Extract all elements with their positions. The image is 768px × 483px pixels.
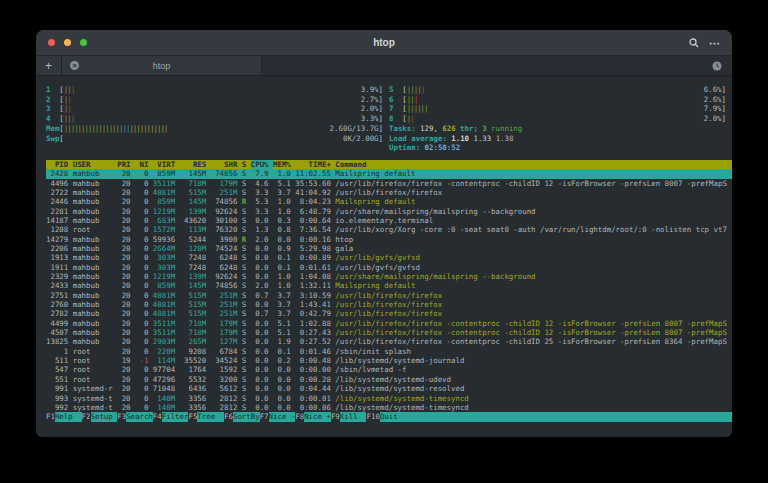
fkey-f10[interactable]: F10	[366, 412, 379, 422]
cpu-meter-7: 7 [||||||7.9%]	[389, 104, 726, 114]
fkey-f4[interactable]: F4	[153, 412, 162, 422]
meters-left-column: 1 [|||3.9%]2 [||2.7%]3 [||2.0%]4 [|||3.3…	[46, 85, 389, 153]
history-icon[interactable]	[712, 57, 722, 75]
uptime-line: Uptime:02:50:52	[389, 143, 726, 153]
fkey-f1[interactable]: F1	[46, 412, 55, 422]
process-row-2782[interactable]: 2782 mahbub 20 0 4081M 515M 251M S 0.7 3…	[46, 309, 732, 318]
titlebar[interactable]: htop ⋯	[36, 30, 732, 56]
fkey-label-nice-[interactable]: Nice -	[269, 412, 296, 422]
cpu-meter-2: 2 [||2.7%]	[46, 95, 383, 105]
fkey-label-kill[interactable]: Kill	[340, 412, 367, 422]
fkey-f5[interactable]: F5	[188, 412, 197, 422]
cpu-meter-6: 6 [|||2.6%]	[389, 95, 726, 105]
process-row-2329[interactable]: 2329 mahbub 20 0 1219M 139M 92624 S 0.0 …	[46, 272, 732, 281]
memory-meter: Mem[||||||||||||||||||||||||||||||2.60G/…	[46, 124, 383, 134]
fkey-label-quit[interactable]: Quit	[380, 412, 732, 422]
process-row-2722[interactable]: 2722 mahbub 20 0 4081M 515M 251M S 3.3 3…	[46, 188, 732, 197]
process-row-2428[interactable]: 2428 mahbub 20 0 859M 145M 74856 S 7.9 1…	[46, 169, 732, 178]
process-row-547[interactable]: 547 root 20 0 97704 1764 1592 S 0.0 0.0 …	[46, 365, 732, 374]
fkey-label-sortby[interactable]: SortBy	[233, 412, 260, 422]
meters-right-column: 5 [|||||6.6%]6 [|||2.6%]7 [||||||7.9%]8 …	[389, 85, 732, 153]
process-row-2760[interactable]: 2760 mahbub 20 0 4081M 515M 251M S 0.0 3…	[46, 300, 732, 309]
process-table-header[interactable]: PID USER PRI NI VIRT RES SHR S CPU% MEM%…	[46, 160, 732, 169]
process-row-993[interactable]: 993 systemd-t 20 0 140M 3356 2812 S 0.0 …	[46, 394, 732, 403]
tab-label: htop	[62, 61, 261, 71]
search-icon[interactable]	[689, 34, 699, 52]
fkey-f8[interactable]: F8	[295, 412, 304, 422]
process-row-2281[interactable]: 2281 mahbub 20 0 1219M 139M 92624 S 3.3 …	[46, 207, 732, 216]
process-row-992[interactable]: 992 systemd-t 20 0 140M 3356 2812 S 0.0 …	[46, 403, 732, 412]
fkey-f6[interactable]: F6	[224, 412, 233, 422]
process-row-511[interactable]: 511 root 19 -1 114M 35520 34524 S 0.0 0.…	[46, 356, 732, 365]
cpu-meter-8: 8 [||2.0%]	[389, 114, 726, 124]
process-row-4507[interactable]: 4507 mahbub 20 0 3511M 718M 179M S 0.0 5…	[46, 328, 732, 337]
process-row-14279[interactable]: 14279 mahbub 20 0 59936 5244 3900 R 2.0 …	[46, 235, 732, 244]
process-row-1913[interactable]: 1913 mahbub 20 0 303M 7248 6248 S 0.0 0.…	[46, 253, 732, 262]
new-tab-button[interactable]: +	[36, 56, 62, 75]
menu-icon[interactable]: ⋯	[709, 38, 720, 48]
meters-section: 1 [|||3.9%]2 [||2.7%]3 [||2.0%]4 [|||3.3…	[46, 85, 732, 153]
process-row-2206[interactable]: 2206 mahbub 20 0 2664M 120M 74524 S 0.0 …	[46, 244, 732, 253]
process-row-1208[interactable]: 1208 root 20 0 1572M 113M 76320 S 1.3 0.…	[46, 225, 732, 234]
tasks-line: Tasks:129,626thr;3running	[389, 124, 726, 134]
cpu-meter-5: 5 [|||||6.6%]	[389, 85, 726, 95]
process-row-4499[interactable]: 4499 mahbub 20 0 3511M 718M 179M S 0.0 5…	[46, 319, 732, 328]
fkey-label-filter[interactable]: Filter	[162, 412, 189, 422]
window-title: htop	[36, 37, 732, 48]
process-row-2751[interactable]: 2751 mahbub 20 0 4081M 515M 251M S 0.7 3…	[46, 291, 732, 300]
tab-bar: + × htop	[36, 56, 732, 76]
process-row-2446[interactable]: 2446 mahbub 20 0 859M 145M 74856 R 5.3 1…	[46, 197, 732, 206]
fkey-f3[interactable]: F3	[117, 412, 126, 422]
process-row-991[interactable]: 991 systemd-r 20 0 71048 6436 5612 S 0.0…	[46, 384, 732, 393]
process-table: 2428 mahbub 20 0 859M 145M 74856 S 7.9 1…	[46, 169, 732, 412]
htop-screen: 1 [|||3.9%]2 [||2.7%]3 [||2.0%]4 [|||3.3…	[36, 77, 732, 437]
process-row-2433[interactable]: 2433 mahbub 20 0 859M 145M 74856 S 2.0 1…	[46, 281, 732, 290]
fkey-f7[interactable]: F7	[260, 412, 269, 422]
cpu-meter-3: 3 [||2.0%]	[46, 104, 383, 114]
fkey-f2[interactable]: F2	[82, 412, 91, 422]
process-row-1911[interactable]: 1911 mahbub 20 0 303M 7248 6248 S 0.0 0.…	[46, 263, 732, 272]
function-key-bar: F1Help F2Setup F3SearchF4FilterF5Tree F6…	[46, 412, 732, 422]
process-row-4496[interactable]: 4496 mahbub 20 0 3511M 718M 179M S 4.6 5…	[46, 179, 732, 188]
process-row-13825[interactable]: 13825 mahbub 20 0 2903M 265M 127M S 0.0 …	[46, 337, 732, 346]
process-row-14187[interactable]: 14187 mahbub 20 0 683M 43620 30100 S 0.0…	[46, 216, 732, 225]
cpu-meter-4: 4 [|||3.3%]	[46, 114, 383, 124]
swap-meter: Swp[0K/2.00G]	[46, 134, 383, 144]
fkey-label-help[interactable]: Help	[55, 412, 82, 422]
fkey-label-nice-[interactable]: Nice +	[304, 412, 331, 422]
tab-htop[interactable]: × htop	[62, 56, 262, 75]
terminal-window: htop ⋯ + × htop 1 [|||3.9%]2 [||2.7%]3 […	[36, 30, 732, 437]
cpu-meter-1: 1 [|||3.9%]	[46, 85, 383, 95]
load-average-line: Load average:1.101.331.38	[389, 134, 726, 144]
fkey-f9[interactable]: F9	[331, 412, 340, 422]
process-row-1[interactable]: 1 root 20 0 220M 9208 6784 S 0.0 0.1 0:0…	[46, 347, 732, 356]
process-row-551[interactable]: 551 root 20 0 47296 5532 3200 S 0.0 0.0 …	[46, 375, 732, 384]
fkey-label-setup[interactable]: Setup	[91, 412, 118, 422]
fkey-label-tree[interactable]: Tree	[197, 412, 224, 422]
fkey-label-search[interactable]: Search	[126, 412, 153, 422]
